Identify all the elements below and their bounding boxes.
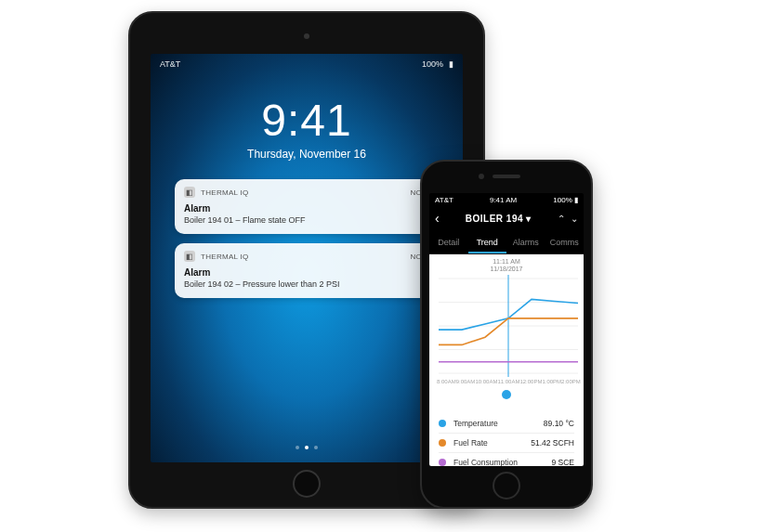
status-battery: 100% xyxy=(422,59,443,69)
notification-body: Boiler 194 01 – Flame state OFF xyxy=(184,215,429,225)
page-indicator[interactable] xyxy=(296,446,318,449)
notification-card[interactable]: ◧ THERMAL IQ now Alarm Boiler 194 02 – P… xyxy=(175,243,439,298)
notification-app: THERMAL IQ xyxy=(201,253,249,261)
tab-bar: Detail Trend Alarms Comms xyxy=(429,233,584,254)
chart-canvas xyxy=(435,275,582,377)
tab-detail[interactable]: Detail xyxy=(429,233,468,253)
ipad-camera xyxy=(304,33,309,39)
legend-dot-icon xyxy=(439,439,446,447)
legend-dot-icon xyxy=(439,420,446,427)
legend-row[interactable]: Fuel Rate 51.42 SCFH xyxy=(439,433,574,452)
chart-scrubber[interactable] xyxy=(435,384,578,407)
timestamp-time: 11:11 AM xyxy=(429,258,584,266)
iphone-app-screen: AT&T 9:41 AM 100% ▮ ‹ BOILER 194 ▾ ⌃ ⌄ D… xyxy=(429,193,584,466)
legend-value: 9 SCE xyxy=(551,458,574,466)
app-icon: ◧ xyxy=(184,251,195,262)
tab-alarms[interactable]: Alarms xyxy=(506,233,545,253)
notification-stack: ◧ THERMAL IQ now Alarm Boiler 194 01 – F… xyxy=(175,179,439,298)
iphone-home-button[interactable] xyxy=(493,472,520,500)
iphone-camera xyxy=(479,174,484,179)
next-button[interactable]: ⌄ xyxy=(571,214,578,224)
clock-time: 9:41 xyxy=(151,95,463,146)
chart-legend: Temperature 89.10 °C Fuel Rate 51.42 SCF… xyxy=(429,410,584,466)
app-icon: ◧ xyxy=(184,187,195,198)
legend-value: 51.42 SCFH xyxy=(531,438,574,448)
dropdown-icon: ▾ xyxy=(526,214,532,224)
legend-name: Fuel Consumption xyxy=(453,458,551,466)
battery-icon: ▮ xyxy=(449,59,453,69)
status-time: 9:41 AM xyxy=(490,196,517,204)
trend-chart[interactable]: 11:11 AM 11/18/2017 8:00AM9:00AM10:00AM1… xyxy=(429,254,584,410)
notification-body: Boiler 194 02 – Pressure lower than 2 PS… xyxy=(184,279,429,289)
title-label: BOILER 194 xyxy=(466,214,523,224)
legend-name: Fuel Rate xyxy=(453,438,531,448)
legend-dot-icon xyxy=(439,459,446,466)
nav-bar: ‹ BOILER 194 ▾ ⌃ ⌄ xyxy=(429,207,584,233)
ipad-status-bar: AT&T 100% ▮ xyxy=(151,54,463,69)
legend-row[interactable]: Fuel Consumption 9 SCE xyxy=(439,452,574,466)
battery-icon: ▮ xyxy=(574,196,578,204)
tab-trend[interactable]: Trend xyxy=(468,233,507,253)
lock-clock: 9:41 Thursday, November 16 xyxy=(151,95,463,161)
iphone-status-bar: AT&T 9:41 AM 100% ▮ xyxy=(429,193,584,207)
notification-title: Alarm xyxy=(184,203,429,214)
tab-comms[interactable]: Comms xyxy=(545,233,585,253)
clock-date: Thursday, November 16 xyxy=(151,148,463,161)
iphone-speaker xyxy=(493,175,520,178)
legend-row[interactable]: Temperature 89.10 °C xyxy=(439,414,574,433)
ipad-lock-screen[interactable]: AT&T 100% ▮ 9:41 Thursday, November 16 ◧… xyxy=(151,54,463,462)
chart-x-axis: 8:00AM9:00AM10:00AM11:00AM12:00PM1:00PM2… xyxy=(435,377,578,384)
notification-app: THERMAL IQ xyxy=(201,188,249,197)
status-carrier: AT&T xyxy=(435,196,453,204)
page-title[interactable]: BOILER 194 ▾ xyxy=(445,214,552,224)
legend-name: Temperature xyxy=(453,419,544,428)
prev-button[interactable]: ⌃ xyxy=(558,214,565,224)
legend-value: 89.10 °C xyxy=(544,419,574,428)
notification-title: Alarm xyxy=(184,267,429,278)
iphone-device: AT&T 9:41 AM 100% ▮ ‹ BOILER 194 ▾ ⌃ ⌄ D… xyxy=(420,160,593,509)
chart-timestamp: 11:11 AM 11/18/2017 xyxy=(429,258,584,274)
timestamp-date: 11/18/2017 xyxy=(429,266,584,273)
status-battery: 100% xyxy=(553,196,572,204)
back-button[interactable]: ‹ xyxy=(435,211,440,226)
ipad-home-button[interactable] xyxy=(293,470,321,498)
status-carrier: AT&T xyxy=(160,59,180,69)
scrubber-knob-icon xyxy=(502,390,511,399)
notification-card[interactable]: ◧ THERMAL IQ now Alarm Boiler 194 01 – F… xyxy=(175,179,439,234)
